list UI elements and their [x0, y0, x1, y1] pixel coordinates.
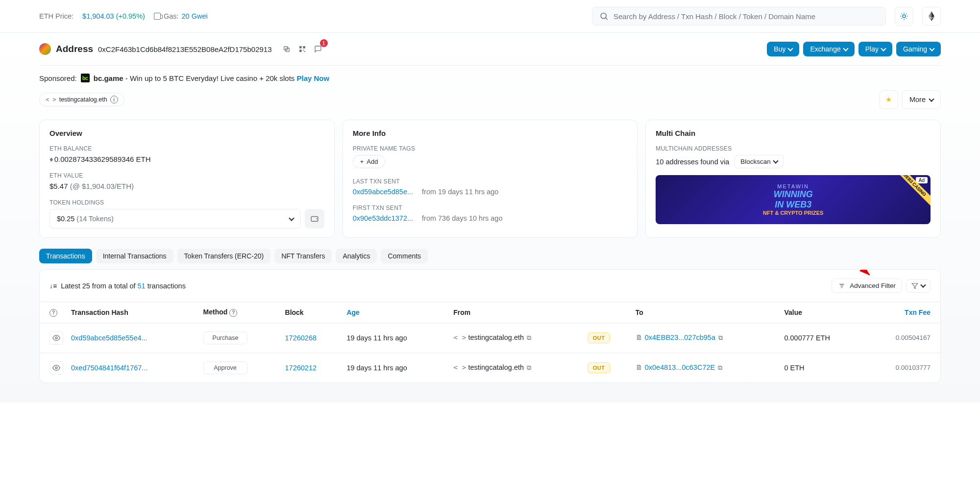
to-address-link[interactable]: 0x4EBB23...027cb95a	[645, 334, 715, 341]
sort-icon[interactable]: ↓≡	[49, 282, 57, 290]
chevron-down-icon	[289, 215, 294, 221]
chevron-down-icon	[843, 46, 848, 51]
svg-point-23	[55, 337, 57, 339]
first-txn-age: from 736 days 10 hrs ago	[422, 214, 502, 222]
transactions-card: ↓≡ Latest 25 from a total of 51 transact…	[39, 269, 941, 383]
eth-price[interactable]: $1,904.03	[82, 12, 114, 20]
multichain-text: 10 addresses found via	[656, 158, 729, 166]
sponsor-cta[interactable]: Play Now	[297, 74, 330, 82]
sponsored-label: Sponsored:	[39, 74, 77, 82]
advanced-filter-button[interactable]: Advanced Filter	[832, 279, 902, 293]
copy-icon[interactable]: ⧉	[527, 334, 531, 341]
ad-banner[interactable]: Ad WEB3 CASINO METAWIN WINNING IN WEB3 N…	[656, 175, 931, 224]
svg-line-6	[906, 18, 906, 19]
theme-toggle[interactable]	[895, 7, 913, 26]
eth-network-button[interactable]	[922, 7, 941, 26]
tab-transactions[interactable]: Transactions	[39, 249, 92, 263]
view-details-button[interactable]	[49, 361, 63, 375]
sun-icon	[900, 12, 908, 21]
col-fee[interactable]: Txn Fee	[905, 308, 931, 316]
help-icon[interactable]: ?	[49, 309, 57, 317]
svg-rect-14	[303, 46, 305, 49]
tab-analytics[interactable]: Analytics	[336, 249, 377, 263]
txn-value: 0 ETH	[780, 353, 864, 383]
method-pill: Approve	[203, 361, 247, 374]
blockie-avatar	[39, 43, 51, 55]
copy-icon[interactable]: ⧉	[718, 334, 723, 341]
copy-icon[interactable]: ⧉	[527, 364, 531, 371]
qr-button[interactable]	[296, 43, 308, 55]
plus-icon: +	[360, 158, 364, 165]
svg-line-5	[902, 14, 902, 14]
to-address-link[interactable]: 0x0e4813...0c63C72E	[645, 363, 715, 371]
add-tag-button[interactable]: +Add	[353, 155, 386, 168]
search-input[interactable]	[613, 12, 879, 21]
code-icon: < >	[453, 363, 466, 371]
chevron-down-icon	[773, 158, 778, 163]
more-button[interactable]: More	[902, 90, 941, 109]
token-dropdown[interactable]: $0.25 (14 Tokens)	[49, 209, 301, 229]
method-pill: Purchase	[203, 332, 248, 344]
copy-icon[interactable]: ⧉	[718, 364, 722, 371]
txn-age: 19 days 11 hrs ago	[343, 323, 449, 353]
eye-icon	[52, 364, 60, 372]
eth-value: $5.47	[49, 182, 68, 190]
info-icon: i	[110, 96, 118, 103]
col-from: From	[449, 302, 583, 323]
favorite-button[interactable]: ★	[880, 90, 898, 109]
tags-row: < > testingcatalog.eth i ★ More	[39, 90, 941, 120]
address-hash: 0xC2F463b1Cd6b84f8213E552B08eA2fD175b029…	[98, 45, 271, 53]
search-icon	[599, 11, 609, 21]
topbar: ETH Price: $1,904.03 (+0.95%) Gas: 20 Gw…	[0, 0, 980, 33]
svg-rect-17	[304, 51, 305, 52]
svg-rect-16	[303, 50, 304, 51]
multichain-title: Multi Chain	[656, 129, 931, 137]
txn-hash-link[interactable]: 0xd59abce5d85e55e4...	[71, 334, 147, 342]
txn-age: 19 days 11 hrs ago	[343, 353, 449, 383]
exchange-button[interactable]: Exchange	[803, 42, 854, 56]
address-header: Address 0xC2F463b1Cd6b84f8213E552B08eA2f…	[39, 42, 941, 66]
block-link[interactable]: 17260212	[285, 364, 317, 372]
ad-brand: METAWIN	[777, 183, 809, 189]
svg-marker-22	[912, 283, 918, 288]
help-icon[interactable]: ?	[229, 309, 237, 317]
token-count: (14 Tokens)	[76, 215, 114, 223]
ad-tagline: NFT & CRYPTO PRIZES	[763, 210, 823, 216]
gas-icon	[154, 13, 161, 20]
txn-hash-link[interactable]: 0xed7504841f64f1767...	[71, 364, 147, 372]
tab-internal[interactable]: Internal Transactions	[96, 249, 173, 263]
copy-address-button[interactable]	[281, 43, 293, 55]
gas-value[interactable]: 20 Gwei	[182, 12, 208, 20]
block-link[interactable]: 17260268	[285, 334, 317, 342]
notification-badge: 1	[320, 39, 328, 47]
tabs-row: Transactions Internal Transactions Token…	[39, 249, 941, 263]
blockscan-dropdown[interactable]: Blockscan	[734, 155, 784, 168]
tab-nft-transfers[interactable]: NFT Transfers	[274, 249, 332, 263]
direction-badge: OUT	[588, 333, 611, 343]
last-txn-hash[interactable]: 0xd59abce5d85e...	[353, 188, 413, 196]
svg-point-24	[55, 367, 57, 369]
multichain-card: Multi Chain MULTICHAIN ADDRESSES 10 addr…	[645, 120, 941, 238]
comment-button[interactable]: 1	[312, 43, 324, 55]
sponsor-name: bc.game	[94, 74, 123, 82]
search-bar[interactable]	[592, 7, 886, 26]
wallet-button[interactable]	[305, 209, 324, 229]
first-txn-label: FIRST TXN SENT	[353, 205, 628, 211]
ens-tag[interactable]: < > testingcatalog.eth i	[39, 93, 124, 106]
buy-button[interactable]: Buy	[767, 42, 799, 56]
col-hash: Transaction Hash	[67, 302, 199, 323]
col-age[interactable]: Age	[346, 308, 359, 316]
multichain-label: MULTICHAIN ADDRESSES	[656, 145, 931, 152]
filter-dropdown-button[interactable]	[906, 279, 931, 293]
ethereum-icon: ♦	[49, 155, 53, 163]
txn-fee: 0.00103777	[864, 353, 940, 383]
tab-token-transfers[interactable]: Token Transfers (ERC-20)	[177, 249, 271, 263]
token-value: $0.25	[57, 215, 74, 223]
chevron-down-icon	[929, 96, 934, 102]
view-details-button[interactable]	[49, 331, 63, 345]
tab-comments[interactable]: Comments	[381, 249, 428, 263]
play-button[interactable]: Play	[858, 42, 892, 56]
overview-title: Overview	[49, 129, 324, 137]
first-txn-hash[interactable]: 0x90e53ddc1372...	[353, 214, 413, 222]
gaming-button[interactable]: Gaming	[896, 42, 941, 56]
